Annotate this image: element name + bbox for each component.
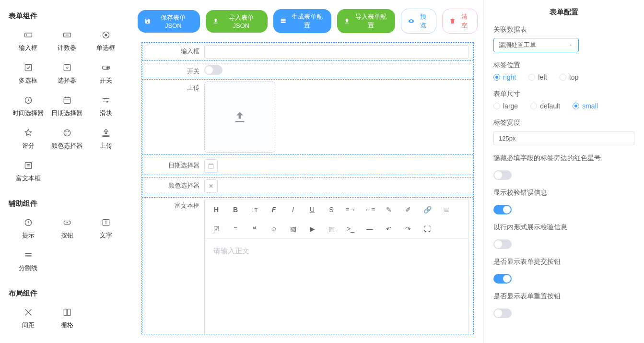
svg-rect-22: [67, 309, 70, 315]
date-picker-icon: [62, 95, 72, 105]
italic-icon[interactable]: I: [283, 200, 303, 219]
svg-point-11: [106, 101, 107, 103]
date-input[interactable]: [204, 159, 218, 173]
field-label: 隐藏必填字段的标签旁边的红色星号: [493, 154, 634, 163]
canvas-row-switch[interactable]: 开关: [142, 63, 473, 77]
todo-icon[interactable]: ☑: [207, 219, 226, 238]
palette-time-picker[interactable]: 时间选择器: [9, 92, 47, 124]
svg-rect-16: [25, 162, 31, 168]
brush-icon[interactable]: ✐: [398, 200, 418, 219]
palette-rate[interactable]: 评分: [9, 124, 47, 157]
canvas-row-date[interactable]: 日期选择器: [142, 157, 473, 175]
palette-item-label: 栅格: [61, 321, 73, 330]
palette-slider[interactable]: 滑块: [86, 92, 125, 124]
gen-config-button[interactable]: 生成表单配置: [273, 9, 331, 33]
clear-button[interactable]: 清空: [442, 9, 478, 34]
undo-icon[interactable]: ↶: [379, 219, 398, 238]
palette-switch[interactable]: 开关: [86, 59, 125, 92]
svg-point-13: [65, 131, 66, 132]
svg-point-15: [65, 133, 66, 134]
richtext-icon: [23, 161, 33, 170]
color-picker-box[interactable]: ✕: [204, 179, 218, 193]
label-pos-top[interactable]: top: [560, 73, 578, 81]
strike-icon[interactable]: S: [322, 200, 341, 219]
palette-gap[interactable]: 间距: [9, 304, 47, 336]
svg-point-10: [104, 98, 105, 99]
palette-date-picker[interactable]: 日期选择器: [47, 92, 86, 124]
palette-text[interactable]: 文字: [86, 214, 125, 247]
underline-icon[interactable]: U: [303, 200, 322, 219]
list-icon[interactable]: ≣: [437, 200, 456, 219]
svg-point-19: [66, 222, 68, 224]
palette-select[interactable]: 选择器: [47, 59, 86, 92]
form-size-large[interactable]: large: [493, 102, 518, 110]
redo-icon[interactable]: ↷: [398, 219, 418, 238]
outdent-icon[interactable]: ←≡: [360, 200, 379, 219]
fontsize-icon[interactable]: TT: [245, 200, 264, 219]
palette-input[interactable]: 输入框: [9, 26, 47, 59]
related-table-select[interactable]: 漏洞处置工单: [493, 38, 579, 52]
emoji-icon[interactable]: ☺: [264, 219, 283, 238]
switch-icon: [101, 63, 111, 72]
palette-upload[interactable]: 上传: [86, 124, 125, 157]
link-icon[interactable]: 🔗: [418, 200, 437, 219]
palette-checkbox[interactable]: 多选框: [9, 59, 47, 92]
rich-text-editor[interactable]: HBTTFIUS≡→←≡✎✐🔗≣☑≡❝☺▧▶▦>_—↶↷⛶ 请输入正文: [204, 200, 469, 334]
inline-error-switch[interactable]: [493, 239, 512, 249]
form-size-small[interactable]: small: [573, 102, 598, 110]
import-config-button[interactable]: 导入表单配置: [337, 9, 395, 33]
palette-item-label: 计数器: [58, 44, 76, 52]
import-json-button[interactable]: 导入表单JSON: [206, 10, 268, 33]
fullscreen-icon[interactable]: ⛶: [418, 219, 437, 238]
table-icon[interactable]: ▦: [322, 219, 341, 238]
label-pos-right[interactable]: right: [493, 73, 516, 81]
palette-button[interactable]: 按钮: [47, 214, 86, 247]
label-width-input[interactable]: [493, 131, 634, 145]
form-size-default[interactable]: default: [530, 102, 560, 110]
indent-icon[interactable]: ≡→: [341, 200, 360, 219]
rte-toolbar: HBTTFIUS≡→←≡✎✐🔗≣☑≡❝☺▧▶▦>_—↶↷⛶: [205, 200, 468, 239]
palette-item-label: 提示: [22, 231, 35, 240]
save-json-button[interactable]: 保存表单JSON: [138, 10, 200, 33]
palette-alert[interactable]: 提示: [9, 214, 47, 247]
palette-item-label: 开关: [100, 76, 112, 85]
input-field[interactable]: [204, 45, 469, 59]
bold-icon[interactable]: B: [226, 200, 245, 219]
quote-icon[interactable]: ❝: [245, 219, 264, 238]
canvas-row-input[interactable]: 输入框: [142, 43, 473, 61]
panel-title: 表单配置: [484, 0, 644, 25]
eraser-icon[interactable]: ✎: [379, 200, 398, 219]
hr-icon[interactable]: —: [360, 219, 379, 238]
canvas-row-richtext[interactable]: 富文本框 HBTTFIUS≡→←≡✎✐🔗≣☑≡❝☺▧▶▦>_—↶↷⛶ 请输入正文: [142, 197, 473, 334]
palette-richtext[interactable]: 富文本框: [9, 157, 47, 189]
svg-point-12: [64, 130, 70, 136]
show-error-switch[interactable]: [493, 205, 512, 214]
form-canvas[interactable]: 输入框 开关 上传 日期选择器: [141, 42, 474, 334]
canvas-row-color[interactable]: 颜色选择器 ✕: [142, 177, 473, 195]
input-icon: [23, 30, 33, 40]
label-pos-left[interactable]: left: [528, 73, 547, 81]
video-icon[interactable]: ▶: [303, 219, 322, 238]
palette-radio[interactable]: 单选框: [86, 26, 125, 59]
alert-icon: [23, 218, 33, 227]
canvas-row-label: 颜色选择器: [144, 178, 204, 190]
heading-icon[interactable]: H: [207, 200, 226, 219]
switch-toggle[interactable]: [204, 65, 222, 75]
fontfamily-icon[interactable]: F: [264, 200, 283, 219]
show-submit-switch[interactable]: [493, 274, 512, 284]
code-icon[interactable]: >_: [341, 219, 360, 238]
palette-counter[interactable]: 计数器: [47, 26, 86, 59]
image-icon[interactable]: ▧: [283, 219, 303, 238]
hide-star-switch[interactable]: [493, 170, 512, 180]
canvas-row-upload[interactable]: 上传: [142, 79, 473, 155]
palette-color-picker[interactable]: 颜色选择器: [47, 124, 86, 157]
palette-divider[interactable]: 分割线: [9, 247, 47, 279]
preview-button[interactable]: 预览: [401, 9, 436, 34]
palette-item-label: 评分: [22, 142, 35, 150]
rte-body[interactable]: 请输入正文: [205, 239, 468, 334]
align-icon[interactable]: ≡: [226, 219, 245, 238]
show-reset-switch[interactable]: [493, 308, 512, 318]
upload-dropzone[interactable]: [204, 82, 275, 153]
palette-grid[interactable]: 栅格: [47, 304, 86, 336]
palette-item-label: 日期选择器: [51, 109, 82, 118]
